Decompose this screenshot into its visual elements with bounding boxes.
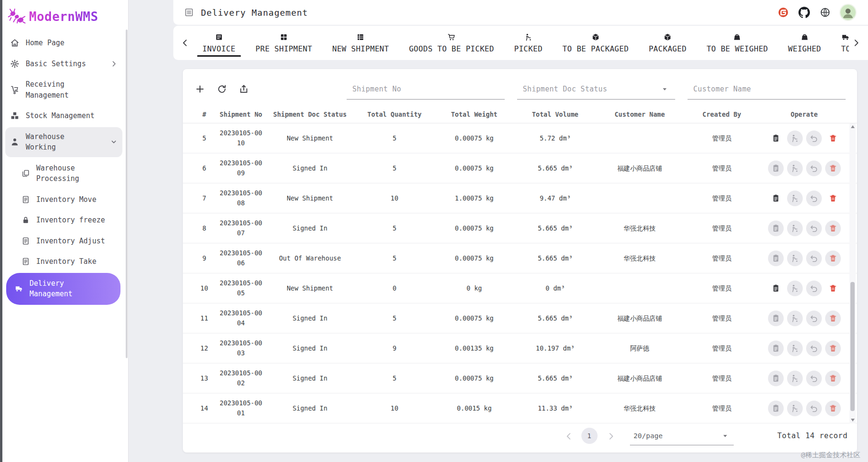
task-assign-button[interactable] (768, 161, 784, 176)
sidebar-item-inventory-take[interactable]: Inventory Take (17, 252, 122, 271)
undo-button[interactable] (806, 281, 822, 296)
gear-icon (10, 59, 20, 69)
table-row[interactable]: 920230105-0006Out Of Warehouse50.00075 k… (183, 243, 857, 273)
tab-to[interactable]: TO (831, 26, 849, 60)
tab-packaged[interactable]: PACKAGED (639, 26, 696, 60)
undo-button[interactable] (806, 341, 822, 356)
picking-button[interactable] (787, 401, 803, 416)
sidebar-item-delivery-management[interactable]: Delivery Management (6, 273, 120, 305)
sidebar-item-basic-settings[interactable]: Basic Settings (5, 54, 122, 74)
undo-button[interactable] (806, 401, 822, 416)
undo-button[interactable] (806, 161, 822, 176)
delete-button[interactable] (825, 131, 841, 146)
picking-button[interactable] (787, 161, 803, 176)
task-assign-button[interactable] (768, 131, 784, 146)
page-size-select[interactable]: 20/page (630, 426, 734, 445)
tab-goods-to-be-picked[interactable]: GOODS TO BE PICKED (399, 26, 504, 60)
export-button[interactable] (236, 81, 251, 97)
delete-button[interactable] (825, 221, 841, 236)
scrollbar-up-arrow[interactable] (851, 125, 855, 128)
picking-button[interactable] (787, 221, 803, 236)
shipment-doc-status-select[interactable]: Shipment Doc Status (517, 79, 675, 100)
sidebar-item-stock-management[interactable]: Stock Management (5, 106, 122, 126)
picking-button[interactable] (787, 371, 803, 386)
app-logo[interactable]: ModernWMS (2, 0, 128, 32)
sidebar-scrollbar[interactable] (126, 30, 128, 358)
table-row[interactable]: 1220230105-0003Signed In90.00135 kg10.19… (183, 333, 857, 363)
task-assign-button[interactable] (768, 371, 784, 386)
task-assign-button[interactable] (768, 251, 784, 266)
column-header-operate: Operate (760, 110, 848, 118)
picking-button[interactable] (787, 131, 803, 146)
tab-to-be-packaged[interactable]: TO BE PACKAGED (552, 26, 639, 60)
tabs-scroll-left-button[interactable] (178, 33, 192, 52)
table-row[interactable]: 1120230105-0004Signed In50.00075 kg5.665… (183, 303, 857, 333)
gitee-icon[interactable] (778, 7, 789, 18)
delete-button[interactable] (825, 251, 841, 266)
page-number-button[interactable]: 1 (581, 428, 598, 444)
picking-button[interactable] (787, 281, 803, 296)
task-assign-button[interactable] (768, 191, 784, 206)
tab-weighed[interactable]: WEIGHED (778, 26, 831, 60)
tab-to-be-weighed[interactable]: TO BE WEIGHED (697, 26, 778, 60)
refresh-button[interactable] (214, 81, 229, 97)
delete-button[interactable] (825, 161, 841, 176)
table-row[interactable]: 820230105-0007Signed In50.00075 kg5.665 … (183, 213, 857, 243)
table-row[interactable]: 1020230105-0005New Shipment00 kg0 dm³管理员 (183, 273, 857, 303)
sidebar-item-inventory-adjust[interactable]: Inventory Adjust (17, 231, 122, 251)
shipment-no-input[interactable] (352, 85, 499, 93)
delete-button[interactable] (825, 371, 841, 386)
add-button[interactable] (192, 81, 208, 97)
table-scrollbar[interactable] (849, 123, 856, 423)
tabs-scroll-right-button[interactable] (849, 33, 863, 52)
customer-name-field (688, 79, 846, 100)
next-page-button[interactable] (603, 429, 618, 443)
avatar-icon[interactable] (840, 5, 856, 20)
tab-new-shipment[interactable]: NEW SHIPMENT (322, 26, 399, 60)
sidebar-item-warehouse-processing[interactable]: Warehouse Processing (17, 159, 122, 189)
delete-button[interactable] (825, 191, 841, 206)
table-row[interactable]: 720230105-0008New Shipment101.00075 kg9.… (183, 183, 857, 213)
task-assign-button[interactable] (768, 341, 784, 356)
delete-button[interactable] (825, 281, 841, 296)
task-assign-button[interactable] (768, 281, 784, 296)
prev-page-button[interactable] (561, 429, 576, 443)
undo-button[interactable] (806, 191, 822, 206)
undo-button[interactable] (806, 221, 822, 236)
picking-button[interactable] (787, 341, 803, 356)
undo-button[interactable] (806, 131, 822, 146)
delete-button[interactable] (825, 311, 841, 326)
picking-button[interactable] (787, 311, 803, 326)
sidebar-item-inventory-move[interactable]: Inventory Move (17, 190, 122, 210)
undo-button[interactable] (806, 311, 822, 326)
globe-icon[interactable] (819, 7, 831, 18)
task-assign-button[interactable] (768, 221, 784, 236)
picking-button[interactable] (787, 191, 803, 206)
sidebar-item-inventory-freeze[interactable]: Inventory freeze (17, 211, 122, 230)
shipment-doc-status: New Shipment (265, 191, 355, 205)
sidebar-item-home-page[interactable]: Home Page (5, 33, 122, 53)
sidebar-item-receiving-management[interactable]: Receiving Management (5, 75, 122, 105)
table-row[interactable]: 1420230105-0001Signed In100.0015 kg11.33… (183, 393, 857, 423)
tab-pre-shipment[interactable]: PRE SHIPMENT (246, 26, 322, 60)
table-row[interactable]: 520230105-0010New Shipment50.00075 kg5.7… (183, 123, 857, 153)
tab-label: TO BE PACKAGED (562, 44, 629, 53)
doc-icon (21, 237, 30, 245)
undo-button[interactable] (806, 371, 822, 386)
tab-invoice[interactable]: INVOICE (192, 26, 246, 60)
tab-picked[interactable]: PICKED (504, 26, 553, 60)
scrollbar-down-arrow[interactable] (851, 419, 855, 422)
scrollbar-thumb[interactable] (850, 282, 855, 411)
task-assign-button[interactable] (768, 311, 784, 326)
table-row[interactable]: 620230105-0009Signed In50.00075 kg5.665 … (183, 153, 857, 183)
task-assign-button[interactable] (768, 401, 784, 416)
github-icon[interactable] (798, 7, 810, 18)
delete-button[interactable] (825, 401, 841, 416)
sidebar-item-warehouse-working[interactable]: Warehouse Working (5, 127, 122, 157)
picking-button[interactable] (787, 251, 803, 266)
undo-button[interactable] (806, 251, 822, 266)
delete-button[interactable] (825, 341, 841, 356)
scrollbar-track[interactable] (849, 130, 856, 417)
table-row[interactable]: 1320230105-0002Signed In50.00075 kg5.665… (183, 363, 857, 393)
customer-name-input[interactable] (693, 85, 840, 93)
